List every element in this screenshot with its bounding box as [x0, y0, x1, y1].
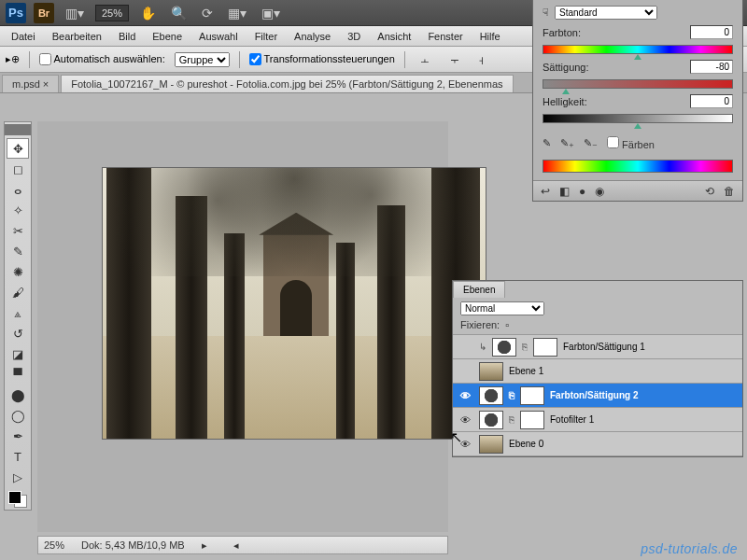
- link-icon: ⎘: [509, 414, 514, 425]
- tab-ebenen[interactable]: Ebenen: [453, 281, 505, 298]
- zoom-readout[interactable]: 25%: [95, 5, 129, 21]
- menu-hilfe[interactable]: Hilfe: [472, 29, 508, 44]
- tab-close-icon[interactable]: ×: [43, 78, 49, 90]
- type-tool-icon[interactable]: T: [7, 446, 29, 467]
- blur-tool-icon[interactable]: ⬤: [7, 385, 29, 405]
- layer-row[interactable]: Ebene 1: [453, 359, 742, 384]
- view-previous-icon[interactable]: ◉: [595, 185, 604, 198]
- align-icon-2[interactable]: ⫟: [444, 52, 465, 67]
- eyedropper-icon[interactable]: ✎: [543, 137, 551, 149]
- bridge-logo-icon[interactable]: Br: [34, 3, 54, 23]
- auto-select-checkbox[interactable]: Automatisch auswählen:: [39, 53, 165, 66]
- arrange-docs-icon[interactable]: ▦▾: [224, 6, 250, 21]
- lock-label: Fixieren:: [460, 319, 500, 330]
- menu-ebene[interactable]: Ebene: [145, 29, 190, 44]
- clip-layer-icon[interactable]: ◧: [559, 185, 570, 198]
- layer-name[interactable]: Ebene 1: [509, 366, 543, 376]
- eyedropper-tool-icon[interactable]: ✎: [7, 241, 29, 261]
- auto-select-target[interactable]: Gruppe: [175, 52, 230, 67]
- reset-icon[interactable]: ⟲: [705, 185, 714, 198]
- layer-row-selected[interactable]: 👁 ⎘ Farbton/Sättigung 2: [453, 384, 742, 408]
- layer-name[interactable]: Farbton/Sättigung 1: [563, 342, 645, 352]
- status-bar: 25% Dok: 5,43 MB/10,9 MB ▸ ◂: [37, 536, 448, 554]
- color-swatches[interactable]: [8, 491, 27, 508]
- zoom-tool-icon[interactable]: 🔍: [167, 6, 190, 21]
- menu-analyse[interactable]: Analyse: [287, 29, 338, 44]
- status-zoom[interactable]: 25%: [44, 539, 64, 551]
- saturation-slider[interactable]: [543, 79, 733, 89]
- link-icon: ⎘: [509, 390, 514, 400]
- path-select-tool-icon[interactable]: ▷: [7, 467, 29, 487]
- screen-mode-icon[interactable]: ▣▾: [258, 6, 284, 21]
- hand-tool-icon[interactable]: ✋: [136, 6, 160, 21]
- colorize-checkbox[interactable]: Färben: [607, 136, 655, 150]
- pen-tool-icon[interactable]: ✒: [7, 426, 29, 446]
- eyedropper-add-icon[interactable]: ✎₊: [560, 137, 574, 149]
- watermark: psd-tutorials.de: [641, 541, 738, 556]
- menu-3d[interactable]: 3D: [340, 29, 368, 44]
- layout-dropdown-icon[interactable]: ▥▾: [62, 6, 88, 21]
- marquee-tool-icon[interactable]: ◻: [7, 159, 29, 179]
- cursor-icon: ↖: [450, 428, 462, 446]
- blend-mode-select[interactable]: Normal: [460, 301, 544, 315]
- layer-row[interactable]: ↳ ⎘ Farbton/Sättigung 1: [453, 335, 742, 359]
- layer-name[interactable]: Farbton/Sättigung 2: [550, 390, 638, 400]
- hue-slider[interactable]: [543, 45, 733, 54]
- adjustment-thumb-icon: [492, 338, 516, 357]
- hand-adjust-icon[interactable]: ☟: [543, 7, 549, 19]
- toolbox: ✥ ◻ ⴰ ✧ ✂ ✎ ✺ 🖌 ⟁ ↺ ◪ ▀ ⬤ ◯ ✒ T ▷: [4, 121, 32, 511]
- dodge-tool-icon[interactable]: ◯: [7, 405, 29, 426]
- canvas-area[interactable]: [37, 121, 448, 532]
- healing-brush-tool-icon[interactable]: ✺: [7, 261, 29, 282]
- saturation-input[interactable]: [690, 60, 733, 74]
- scrollbar-left-icon[interactable]: ◂: [233, 539, 239, 552]
- align-icon[interactable]: ⫠: [415, 52, 435, 67]
- move-tool-indicator-icon: ▸⊕: [6, 53, 20, 65]
- align-icon-3[interactable]: ⫞: [474, 52, 488, 67]
- document-tab-inactive[interactable]: m.psd ×: [2, 75, 59, 92]
- eyedropper-sub-icon[interactable]: ✎₋: [584, 137, 598, 149]
- image-thumb-icon: [479, 362, 503, 381]
- range-select[interactable]: Standard: [555, 6, 657, 20]
- layers-panel: Ebenen Normal Fixieren: ▫ ↳ ⎘ Farbton/Sä…: [452, 280, 743, 457]
- eye-toggle-icon[interactable]: ●: [579, 185, 585, 198]
- layer-name[interactable]: Ebene 0: [509, 439, 543, 449]
- menu-auswahl[interactable]: Auswahl: [191, 29, 246, 44]
- status-chevron-icon[interactable]: ▸: [202, 539, 207, 552]
- magic-wand-tool-icon[interactable]: ✧: [7, 200, 29, 220]
- layer-row[interactable]: 👁 Ebene 0: [453, 432, 742, 456]
- status-doc-size[interactable]: Dok: 5,43 MB/10,9 MB: [81, 539, 185, 551]
- lightness-input[interactable]: [690, 94, 733, 108]
- document-canvas[interactable]: [103, 168, 486, 439]
- transform-controls-checkbox[interactable]: Transformationssteuerungen: [249, 53, 395, 66]
- brush-tool-icon[interactable]: 🖌: [7, 282, 29, 302]
- layer-row[interactable]: 👁 ⎘ Fotofilter 1: [453, 408, 742, 432]
- visibility-eye-icon[interactable]: 👁: [457, 390, 473, 401]
- document-tab-active[interactable]: Fotolia_10072167_M - © pureshot - Fotoli…: [61, 75, 513, 92]
- hue-input[interactable]: [690, 25, 733, 39]
- move-tool-icon[interactable]: ✥: [7, 138, 29, 159]
- menu-bearbeiten[interactable]: Bearbeiten: [45, 29, 109, 44]
- visibility-eye-icon[interactable]: 👁: [457, 414, 473, 426]
- menu-fenster[interactable]: Fenster: [420, 29, 470, 44]
- history-brush-tool-icon[interactable]: ↺: [7, 323, 29, 343]
- menu-datei[interactable]: Datei: [4, 29, 43, 44]
- rotate-view-icon[interactable]: ⟳: [198, 6, 217, 21]
- lasso-tool-icon[interactable]: ⴰ: [7, 179, 29, 200]
- eraser-tool-icon[interactable]: ◪: [7, 343, 29, 364]
- hue-label: Farbton:: [543, 27, 608, 38]
- adjustment-thumb-icon: [479, 411, 503, 429]
- crop-tool-icon[interactable]: ✂: [7, 220, 29, 241]
- menu-bild[interactable]: Bild: [111, 29, 143, 44]
- menu-filter[interactable]: Filter: [247, 29, 285, 44]
- layer-name[interactable]: Fotofilter 1: [550, 414, 594, 425]
- lightness-slider[interactable]: [543, 114, 733, 123]
- toolbox-grip[interactable]: [5, 124, 31, 135]
- stamp-tool-icon[interactable]: ⟁: [7, 302, 29, 323]
- trash-icon[interactable]: 🗑: [724, 185, 735, 198]
- lock-transparency-icon[interactable]: ▫: [505, 319, 509, 330]
- gradient-tool-icon[interactable]: ▀: [7, 364, 29, 385]
- mask-thumb-icon: [520, 386, 544, 405]
- return-arrow-icon[interactable]: ↩: [541, 185, 550, 198]
- menu-ansicht[interactable]: Ansicht: [370, 29, 418, 44]
